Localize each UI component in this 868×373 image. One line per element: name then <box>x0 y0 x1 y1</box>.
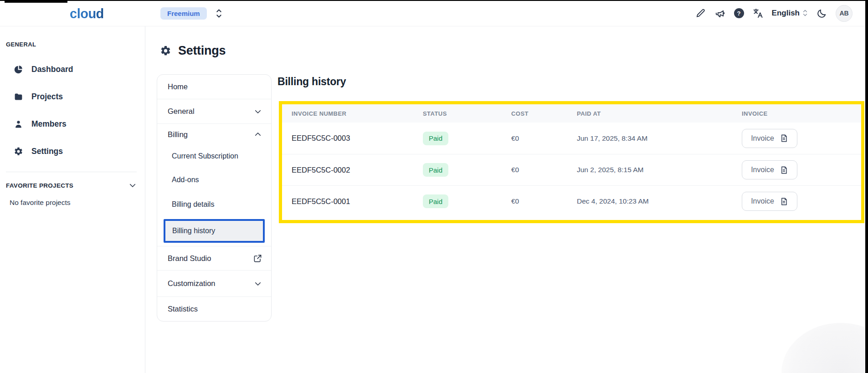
dark-mode-moon-icon[interactable] <box>817 8 827 19</box>
settings-nav-current-subscription[interactable]: Current Subscription <box>157 145 271 168</box>
invoice-number-cell: EEDF5C5C-0001 <box>292 197 423 206</box>
paid-at-cell: Dec 4, 2024, 10:23 AM <box>577 197 742 205</box>
sidebar-item-projects[interactable]: Projects <box>0 88 145 105</box>
page-title: Settings <box>160 44 226 58</box>
sidebar-item-settings[interactable]: Settings <box>0 143 145 159</box>
invoice-download-button[interactable]: Invoice <box>742 129 797 148</box>
sidebar-item-label: Dashboard <box>31 65 73 74</box>
invoice-button-label: Invoice <box>751 197 774 205</box>
plan-badge[interactable]: Freemium <box>160 7 207 20</box>
sidebar-item-label: Members <box>31 119 67 129</box>
translate-icon[interactable] <box>753 8 763 19</box>
nav-label: General <box>168 107 195 116</box>
invoice-download-button[interactable]: Invoice <box>742 192 797 211</box>
nav-label: Brand Studio <box>168 254 211 263</box>
sidebar-item-members[interactable]: Members <box>0 116 145 132</box>
gear-icon <box>14 147 23 156</box>
pie-chart-icon <box>14 65 23 74</box>
chevron-down-icon <box>254 280 262 288</box>
nav-label: Billing details <box>172 200 214 209</box>
column-header-cost: COST <box>511 110 577 117</box>
help-icon[interactable]: ? <box>734 8 744 18</box>
nav-label: Billing <box>168 130 188 139</box>
window-right-edge <box>865 0 868 373</box>
table-row: EEDF5C5C-0003 Paid €0 Jun 17, 2025, 8:34… <box>282 123 861 154</box>
sidebar: GENERAL Dashboard Projects Members Setti… <box>0 26 145 373</box>
favorites-empty-text: No favorite projects <box>10 199 71 207</box>
status-badge: Paid <box>423 163 448 177</box>
document-icon <box>780 166 788 174</box>
language-selector[interactable]: English <box>772 9 808 18</box>
status-badge: Paid <box>423 194 448 208</box>
cost-cell: €0 <box>511 134 577 143</box>
nav-label: Statistics <box>168 305 198 313</box>
settings-nav-customization[interactable]: Customization <box>157 271 271 296</box>
chevron-up-icon <box>254 130 262 138</box>
nav-label: Customization <box>168 279 216 288</box>
invoice-button-label: Invoice <box>751 166 774 174</box>
billing-history-table-highlighted: INVOICE NUMBER STATUS COST PAID AT INVOI… <box>279 101 864 223</box>
settings-nav-general[interactable]: General <box>157 99 271 123</box>
document-icon <box>780 197 788 206</box>
app-logo[interactable]: cloud <box>70 6 104 21</box>
gear-icon <box>160 45 171 56</box>
paid-at-cell: Jun 17, 2025, 8:34 AM <box>577 134 742 143</box>
sidebar-item-label: Settings <box>31 147 63 156</box>
settings-nav-add-ons[interactable]: Add-ons <box>157 168 271 192</box>
topbar-actions: ? English AB <box>696 0 853 26</box>
announcements-megaphone-icon[interactable] <box>715 8 725 19</box>
page-title-text: Settings <box>178 44 226 58</box>
sidebar-section-general: GENERAL <box>6 41 36 48</box>
nav-label: Billing history <box>172 227 215 235</box>
language-label: English <box>772 9 800 18</box>
cost-cell: €0 <box>511 197 577 205</box>
invoice-button-label: Invoice <box>751 134 774 143</box>
user-avatar[interactable]: AB <box>836 5 853 22</box>
invoice-number-cell: EEDF5C5C-0003 <box>292 134 423 143</box>
plan-switcher-chevrons-icon[interactable] <box>214 8 223 18</box>
person-icon <box>14 119 23 129</box>
settings-nav-brand-studio[interactable]: Brand Studio <box>157 246 271 270</box>
main-content: Settings Home General Billing Current Su… <box>146 26 865 373</box>
settings-nav-billing-history-selected[interactable]: Billing history <box>164 219 265 243</box>
settings-nav-card: Home General Billing Current Subscriptio… <box>157 74 272 322</box>
column-header-invoice-number: INVOICE NUMBER <box>292 110 423 117</box>
nav-label: Current Subscription <box>172 152 238 160</box>
nav-label: Home <box>168 82 188 91</box>
favorite-projects-label: FAVORITE PROJECTS <box>6 182 73 189</box>
sidebar-divider <box>6 172 137 172</box>
edit-pencil-icon[interactable] <box>696 8 706 19</box>
language-chevrons-icon <box>802 9 808 18</box>
paid-at-cell: Jun 2, 2025, 8:15 AM <box>577 166 742 174</box>
topbar: cloud Freemium ? English AB <box>0 0 865 26</box>
invoice-download-button[interactable]: Invoice <box>742 160 797 179</box>
sidebar-item-label: Projects <box>31 92 63 102</box>
billing-history-heading: Billing history <box>277 76 346 88</box>
window-top-edge <box>0 0 868 1</box>
settings-nav-home[interactable]: Home <box>157 75 271 99</box>
window-tab-remnant <box>5 0 67 3</box>
settings-nav-billing[interactable]: Billing <box>157 124 271 145</box>
cost-cell: €0 <box>511 166 577 174</box>
settings-nav-statistics[interactable]: Statistics <box>157 297 271 321</box>
settings-nav-billing-details[interactable]: Billing details <box>157 192 271 217</box>
table-row: EEDF5C5C-0002 Paid €0 Jun 2, 2025, 8:15 … <box>282 154 861 185</box>
column-header-paid-at: PAID AT <box>577 110 742 117</box>
chevron-down-icon <box>254 107 262 116</box>
invoice-number-cell: EEDF5C5C-0002 <box>292 166 423 174</box>
sidebar-item-dashboard[interactable]: Dashboard <box>0 61 145 77</box>
table-row: EEDF5C5C-0001 Paid €0 Dec 4, 2024, 10:23… <box>282 185 861 217</box>
document-icon <box>780 134 788 143</box>
external-link-icon <box>253 254 262 263</box>
column-header-status: STATUS <box>423 110 511 117</box>
folder-icon <box>14 92 23 102</box>
table-header-row: INVOICE NUMBER STATUS COST PAID AT INVOI… <box>282 104 861 123</box>
status-badge: Paid <box>423 132 448 145</box>
chevron-down-icon <box>128 181 137 189</box>
column-header-invoice: INVOICE <box>742 110 861 117</box>
nav-label: Add-ons <box>172 176 199 184</box>
favorite-projects-header[interactable]: FAVORITE PROJECTS <box>6 181 137 189</box>
